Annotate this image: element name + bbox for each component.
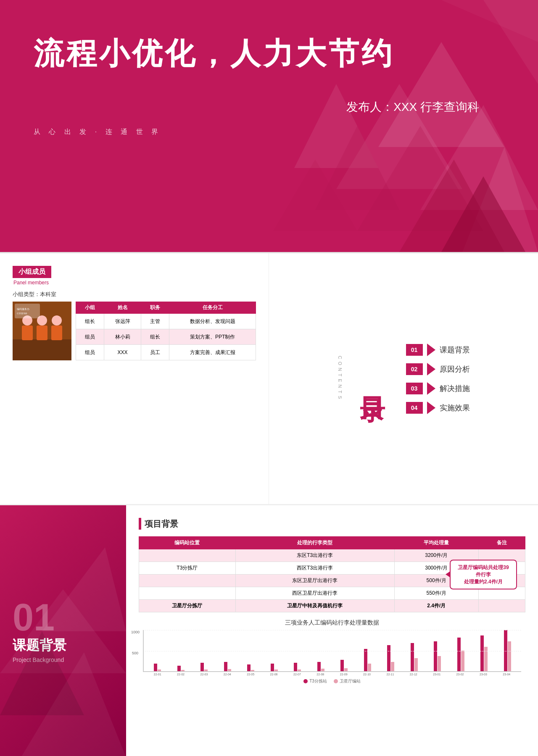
svg-marker-24: [21, 652, 126, 756]
bar-satellite: [228, 669, 231, 671]
bar-satellite: [298, 669, 301, 671]
bar-label: 22-03: [193, 673, 216, 676]
bar-satellite: [204, 669, 208, 671]
svg-text:行李查询科: 行李查询科: [17, 312, 27, 315]
bar-label: 22-10: [355, 673, 378, 676]
team-cell: 主管: [141, 314, 169, 329]
content-text: 课题背景: [440, 345, 470, 355]
team-table: 小组 姓名 职务 任务分工 组长张远萍主管数据分析、发现问题组员林小莉组长策划方…: [76, 302, 256, 360]
content-num: 01: [406, 344, 423, 356]
bg-table-cell: [478, 600, 525, 612]
content-item: 02 原因分析: [406, 363, 470, 375]
bar-t3: [364, 649, 367, 671]
bg-table-cell: T3分拣厅: [139, 562, 236, 575]
bg-table-cell: [139, 575, 236, 587]
bar-label: 22-11: [379, 673, 402, 676]
bg-table-header: 编码站位置: [139, 537, 236, 549]
bar-t3: [154, 664, 157, 671]
section-title: 课题背景: [13, 636, 66, 655]
bar-t3: [317, 662, 321, 671]
bar-satellite: [484, 647, 488, 671]
content-item: 01 课题背景: [406, 344, 470, 356]
bar-satellite: [461, 651, 464, 671]
bar-satellite: [181, 670, 185, 671]
svg-marker-9: [273, 160, 357, 231]
team-cell: 方案完善、成果汇报: [169, 345, 256, 360]
content-arrow: [427, 402, 435, 414]
team-cell: 林小莉: [104, 329, 141, 345]
bg-table-cell: 卫星厅中转及再值机行李: [235, 600, 394, 612]
content-header: 项目背景: [139, 518, 525, 530]
bar-group: [263, 630, 286, 671]
bg-table-cell: [139, 587, 236, 600]
bar-group: [309, 630, 333, 671]
project-bg-content: 项目背景 编码站位置处理的行李类型平均处理量备注 东区T3出港行李3200件/月…: [126, 505, 538, 756]
legend-satellite: 卫星厅编站: [334, 678, 361, 684]
bar-label: 22-06: [262, 673, 285, 676]
chart-title: 三项业务人工编码站行李处理量数据: [139, 619, 525, 627]
team-cell: 组员: [76, 345, 104, 360]
content-item: 04 实施效果: [406, 402, 470, 414]
team-photo: 编码服务办 行李查询科: [13, 302, 71, 360]
bar-t3: [271, 664, 274, 671]
col-group: 小组: [76, 302, 104, 314]
section-number-large: 01: [13, 598, 55, 636]
bg-table-cell: 东区卫星厅出港行李: [235, 575, 394, 587]
content-text: 实施效果: [440, 403, 470, 413]
svg-rect-17: [37, 326, 47, 340]
contents-section: CONTENTS 目录 01 课题背景 02 原因分析 03 解决措施 04 实…: [269, 253, 538, 504]
bar-satellite: [414, 658, 418, 671]
team-cell: XXX: [104, 345, 141, 360]
gridline-500: [145, 651, 521, 651]
team-cell: 员工: [141, 345, 169, 360]
contents-wrapper: CONTENTS 目录 01 课题背景 02 原因分析 03 解决措施 04 实…: [338, 344, 470, 414]
bar-t3: [247, 664, 251, 671]
content-arrow: [427, 363, 435, 375]
content-num: 03: [406, 383, 423, 394]
content-text: 原因分析: [440, 364, 470, 374]
bar-label: 23-02: [448, 673, 472, 676]
svg-marker-8: [441, 176, 525, 252]
bar-group: [239, 630, 263, 671]
bar-satellite: [391, 662, 394, 671]
team-cell: 组长: [76, 314, 104, 329]
contents-label-vertical: CONTENTS: [338, 356, 343, 402]
svg-text:编码服务办: 编码服务办: [17, 307, 29, 310]
bar-label: 22-08: [309, 673, 332, 676]
bar-label: 22-07: [285, 673, 309, 676]
bar-label: 22-02: [169, 673, 192, 676]
bar-t3: [387, 645, 390, 671]
svg-marker-4: [462, 147, 538, 252]
panel-en: Panel members: [13, 280, 256, 286]
legend-dot-t3: [303, 679, 308, 683]
bar-t3: [200, 663, 204, 671]
team-cell: 组长: [141, 329, 169, 345]
bar-label: 23-04: [495, 673, 518, 676]
bar-label: 22-05: [239, 673, 262, 676]
y-label-500: 500: [132, 651, 138, 655]
header-bar: [139, 518, 141, 530]
bar-group: [216, 630, 240, 671]
bar-label: 23-01: [425, 673, 448, 676]
svg-rect-13: [13, 339, 71, 360]
bar-satellite: [321, 669, 324, 671]
gridline-1000: [145, 630, 521, 630]
bar-t3: [411, 643, 414, 671]
main-title: 流程小优化，人力大节约: [34, 34, 504, 74]
svg-marker-7: [399, 160, 504, 252]
bar-t3: [294, 663, 297, 671]
bar-chart-container: 1000 500 22-0122-0222-0322-0422-0522-062…: [139, 630, 525, 684]
team-cell: 组员: [76, 329, 104, 345]
bar-satellite: [251, 670, 254, 671]
panel-label: 小组成员: [13, 266, 51, 278]
bar-label: 23-03: [472, 673, 495, 676]
bar-t3: [177, 666, 181, 671]
team-type: 小组类型：本科室: [13, 291, 256, 298]
bar-satellite: [158, 669, 161, 671]
section-left-bg: 01 课题背景 Project Background: [0, 505, 126, 756]
legend-dot-satellite: [334, 679, 338, 683]
bg-table-cell: 卫星厅分拣厅: [139, 600, 236, 612]
content-text: 解决措施: [440, 383, 470, 394]
bar-t3: [224, 662, 227, 671]
svg-rect-15: [22, 326, 33, 340]
